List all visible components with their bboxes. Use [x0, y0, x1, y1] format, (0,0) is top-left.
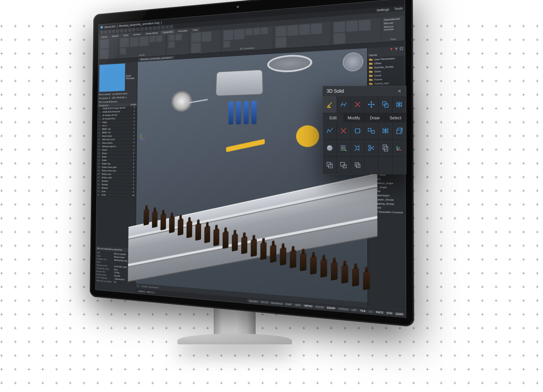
- qat-icon[interactable]: [166, 25, 169, 29]
- bom-tab-thickness[interactable]: 2PR_THICKNE ▼: [112, 96, 127, 100]
- bom-row[interactable]: 14Board2: [97, 152, 137, 155]
- quad-tab-edit[interactable]: Edit: [323, 113, 344, 122]
- toggle-esnap[interactable]: ESNAP: [325, 306, 337, 310]
- explode-icon[interactable]: [346, 21, 358, 32]
- toggle-strack[interactable]: STRACK: [337, 307, 350, 311]
- filter-icon[interactable]: [395, 47, 398, 51]
- constraint-icon[interactable]: [224, 41, 230, 48]
- quad-tab-modify[interactable]: Modify: [344, 113, 365, 122]
- qat-icon[interactable]: [148, 26, 152, 30]
- open-icon[interactable]: [120, 38, 129, 48]
- bom-icon[interactable]: [311, 23, 322, 34]
- array-icon[interactable]: [191, 43, 201, 53]
- qat-undo-icon[interactable]: [116, 29, 119, 33]
- audit-icon[interactable]: [337, 140, 351, 156]
- delete-icon[interactable]: [351, 96, 365, 113]
- params-panel-icon[interactable]: [334, 33, 345, 44]
- mirror-icon[interactable]: [379, 122, 393, 139]
- open-copy-icon[interactable]: [149, 36, 155, 43]
- qat-icon[interactable]: [157, 26, 160, 29]
- status-mechanical[interactable]: Mechanical: [270, 301, 284, 305]
- close-icon[interactable]: ✕: [397, 88, 402, 94]
- view-cube-icon[interactable]: [343, 52, 363, 72]
- balloon-auto-icon[interactable]: [287, 25, 298, 36]
- subtract-icon[interactable]: [337, 157, 351, 174]
- init-mech-icon[interactable]: [100, 49, 109, 59]
- section-tools[interactable]: Tools: [394, 6, 403, 10]
- toggle-ducs[interactable]: DUCS: [374, 310, 385, 315]
- align-icon[interactable]: [365, 122, 379, 139]
- new-component-icon[interactable]: [100, 39, 109, 49]
- toggle-snap[interactable]: SNAP: [284, 302, 293, 306]
- toggle-polar[interactable]: POLAR: [314, 305, 325, 309]
- dissolve-icon[interactable]: [120, 48, 126, 55]
- explode-icon[interactable]: [351, 140, 365, 156]
- vstyle-icon[interactable]: [169, 42, 175, 48]
- bom-header[interactable]: BOM Manager: [98, 62, 137, 93]
- trim-scissor-icon[interactable]: [365, 140, 379, 156]
- qat-color-icon[interactable]: [132, 28, 135, 32]
- qat-icon[interactable]: [153, 26, 156, 30]
- delete-icon[interactable]: [337, 122, 351, 139]
- ucs-axis-icon[interactable]: [393, 140, 406, 156]
- quad-tab-draw[interactable]: Draw: [364, 113, 385, 122]
- stretch-icon[interactable]: [351, 122, 365, 139]
- copy-clip-icon[interactable]: [379, 140, 393, 156]
- toggle-tile[interactable]: TILE: [359, 308, 367, 313]
- qat-icon[interactable]: [170, 25, 173, 29]
- status-iso[interactable]: ISO-25: [259, 300, 269, 304]
- trailing-lines-icon[interactable]: [299, 24, 310, 35]
- bom-row[interactable]: 15Bottle1: [97, 155, 137, 159]
- remove-structure-item[interactable]: Remove structure: [384, 24, 402, 31]
- union-icon[interactable]: [323, 157, 337, 174]
- balloon-icon[interactable]: [276, 26, 286, 37]
- bom-row[interactable]: 12Bearing support 11: [97, 145, 137, 149]
- qat-redo-icon[interactable]: [120, 29, 124, 32]
- qat-print-icon[interactable]: [112, 29, 116, 33]
- toggle-quad[interactable]: QUAD: [394, 312, 405, 316]
- coincident-icon[interactable]: [224, 30, 234, 40]
- move-icon[interactable]: [191, 32, 201, 43]
- quad-title-bar[interactable]: 3D Solid ✕: [323, 86, 406, 96]
- mech-browser-icon[interactable]: [359, 19, 371, 31]
- mirror-icon[interactable]: [393, 96, 406, 113]
- toggle-lwt[interactable]: LWT: [350, 308, 358, 312]
- broom-icon[interactable]: [323, 96, 337, 113]
- connect-icon[interactable]: [337, 96, 351, 113]
- constraint-icon[interactable]: [245, 29, 252, 36]
- update-icon[interactable]: [334, 21, 345, 33]
- copy-object-icon[interactable]: [379, 96, 393, 113]
- rotate-icon[interactable]: [201, 32, 211, 42]
- filter-red-icon[interactable]: [390, 48, 393, 51]
- polyline-icon[interactable]: [323, 122, 337, 139]
- constraint-icon[interactable]: [253, 28, 260, 35]
- quad-tab-select[interactable]: Select: [385, 113, 406, 122]
- bom-row[interactable]: 26Bush42: [97, 193, 136, 198]
- status-standard[interactable]: Standard: [248, 299, 259, 304]
- axis-gizmo[interactable]: [139, 132, 148, 141]
- qat-icon[interactable]: [161, 26, 164, 29]
- bom-row[interactable]: 13Board1: [97, 148, 137, 152]
- mass-props-icon[interactable]: [276, 37, 286, 48]
- expand-icon[interactable]: [400, 47, 403, 50]
- quad-tool-panel[interactable]: 3D Solid ✕ Edit Modify Draw Select: [322, 86, 406, 174]
- qat-icon[interactable]: [145, 27, 148, 31]
- status-zoom[interactable]: 1:1: [367, 309, 374, 313]
- extrude-icon[interactable]: [393, 122, 406, 139]
- concentric-icon[interactable]: [234, 29, 245, 40]
- move-icon[interactable]: [365, 96, 379, 113]
- qat-new-icon[interactable]: [100, 31, 104, 34]
- qat-open-icon[interactable]: [104, 30, 108, 34]
- qat-icon[interactable]: [136, 27, 140, 31]
- hide-icon[interactable]: [169, 34, 175, 41]
- toggle-grid[interactable]: GRID: [293, 303, 302, 307]
- form-component-icon[interactable]: [139, 36, 148, 46]
- toggle-dyn[interactable]: DYN: [385, 311, 393, 315]
- bom-tab-all[interactable]: All columns ▼: [99, 97, 111, 100]
- sphere-icon[interactable]: [323, 140, 337, 156]
- toggle-ortho[interactable]: ORTHO: [303, 304, 314, 308]
- show-icon[interactable]: [176, 34, 182, 40]
- section-settings[interactable]: Settings: [377, 8, 389, 12]
- replace-icon[interactable]: [156, 35, 162, 42]
- intersect-icon[interactable]: [351, 157, 365, 174]
